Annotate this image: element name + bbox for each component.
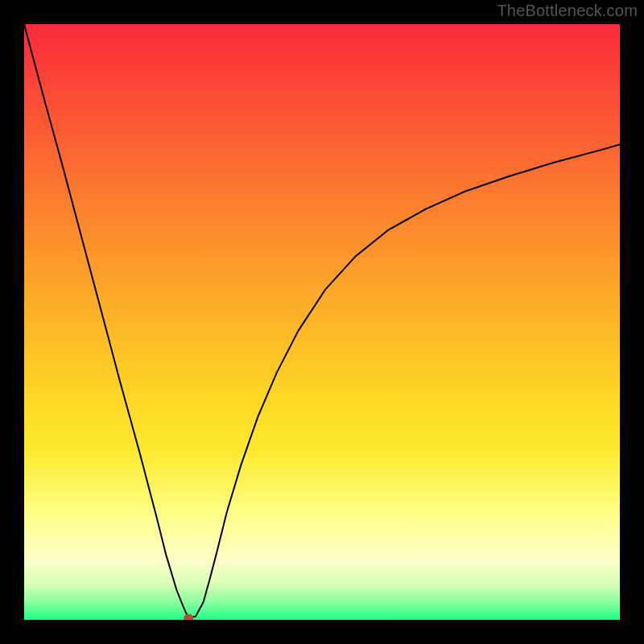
watermark-text: TheBottleneck.com	[497, 2, 638, 20]
plot-area	[24, 24, 620, 620]
chart-frame: TheBottleneck.com	[0, 0, 644, 644]
optimal-point-marker	[184, 614, 193, 620]
curve-svg	[24, 24, 620, 620]
bottleneck-curve	[24, 24, 620, 618]
